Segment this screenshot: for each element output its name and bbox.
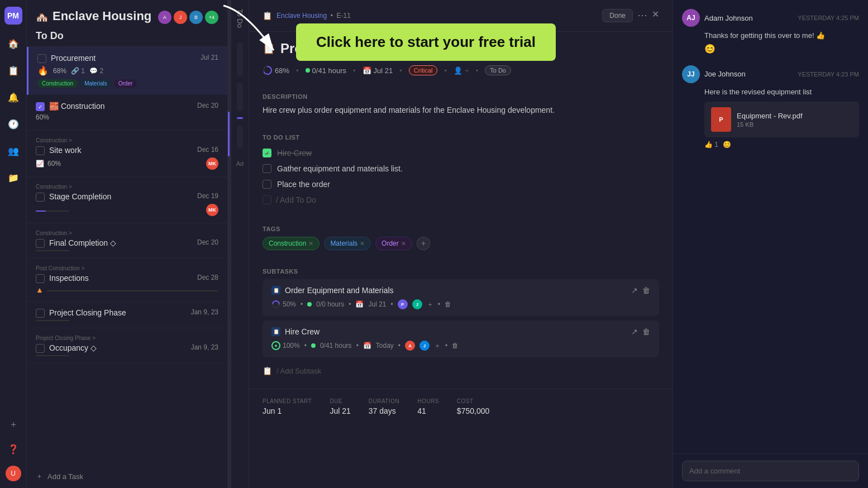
nav-folder-icon[interactable]: 📁 — [6, 170, 21, 185]
nav-clock-icon[interactable]: 🕐 — [6, 116, 21, 132]
nav-home-icon[interactable]: 🏠 — [6, 36, 21, 51]
subtask-item-hire-crew[interactable]: 📋 Hire Crew ↗ 🗑 ● 100% • 0/41 hours • 📅 — [263, 320, 659, 357]
add-column-label[interactable]: Ad — [231, 156, 249, 171]
task-item-final-completion[interactable]: Construction > Final Completion ◇ Dec 20 — [27, 223, 227, 259]
comment-name-joe: Joe Johnson — [704, 70, 793, 78]
panel-divider — [228, 0, 231, 488]
task-name-final: Final Completion ◇ — [49, 238, 116, 247]
app-logo[interactable]: PM — [4, 7, 22, 25]
comment-text-adam: Thanks for getting this over to me! 👍 — [704, 30, 859, 41]
cta-banner[interactable]: Click here to start your free trial — [296, 23, 556, 61]
subtask-open-icon[interactable]: ↗ — [631, 286, 638, 295]
comment-reactions-joe[interactable]: 👍 1 😊 — [704, 141, 859, 149]
meta-progress-value: 68% — [275, 66, 289, 75]
nav-user-icon[interactable]: U — [6, 466, 21, 481]
task-checkbox-final[interactable] — [36, 239, 45, 248]
comment-input-area[interactable] — [673, 453, 868, 488]
duration-value: 37 days — [369, 406, 399, 415]
duration-label: DURATION — [369, 398, 399, 404]
progress-circle-icon — [263, 65, 273, 75]
task-meta-bar: 68% • 0/41 hours • 📅 Jul 21 • Critical •… — [249, 65, 673, 84]
comment-meta-joe: Joe Johnson — [704, 70, 793, 78]
task-checkbox-procurement[interactable] — [37, 54, 46, 63]
task-checkbox-occupancy[interactable] — [36, 344, 45, 353]
second-column-card-2[interactable] — [237, 83, 243, 111]
meta-assignee[interactable]: 👤 + — [454, 66, 469, 75]
tag-badge-order[interactable]: Order ✕ — [375, 237, 412, 250]
add-subtask-button[interactable]: 📋 / Add Subtask — [263, 362, 659, 380]
nav-help-icon[interactable]: ❓ — [6, 441, 21, 457]
subtask-icon-hire: 📋 — [271, 327, 280, 336]
second-column-partial: To Do Ad — [231, 0, 249, 488]
todo-item-hire-crew[interactable]: ✓ Hire Crew — [263, 145, 659, 161]
task-list: Procurement Jul 21 🔥 68% 🔗 1 💬 2 Constru… — [27, 47, 227, 465]
tags-section: Construction ✕ Materials ✕ Order ✕ ＋ — [249, 237, 673, 259]
subtask-add-assignee-2[interactable]: ＋ — [434, 341, 441, 351]
nav-add-icon[interactable]: ＋ — [6, 417, 21, 432]
subtask-delete-icon[interactable]: 🗑 — [642, 286, 650, 295]
nav-notifications-icon[interactable]: 🔔 — [6, 89, 21, 105]
comments-panel: AJ Adam Johnson YESTERDAY 4:25 PM Thanks… — [673, 0, 868, 488]
add-task-button[interactable]: ＋ Add a Task — [27, 465, 227, 488]
task-item-site-work[interactable]: Construction > Site work Dec 16 📈 60% MK — [27, 131, 227, 177]
avatar-stage: MK — [206, 204, 218, 216]
task-item-occupancy[interactable]: Project Closing Phase > Occupancy ◇ Jan … — [27, 328, 227, 363]
task-item-construction[interactable]: ✓ 🧱 Construction Dec 20 60% — [27, 95, 227, 131]
comment-input[interactable] — [682, 461, 859, 481]
task-name-site-work: Site work — [49, 146, 82, 155]
reaction-thumbs-up[interactable]: 👍 1 — [704, 141, 718, 149]
task-checkbox-site-work[interactable] — [36, 146, 45, 155]
task-item-project-closing[interactable]: Project Closing Phase Jan 9, 23 — [27, 302, 227, 328]
breadcrumb-project[interactable]: Enclave Housing — [276, 12, 327, 20]
remove-tag-construction[interactable]: ✕ — [308, 240, 313, 247]
icon-sidebar: PM 🏠 📋 🔔 🕐 👥 📁 ＋ ❓ U — [0, 0, 27, 488]
todo-item-gather[interactable]: Gather equipment and materials list. — [263, 161, 659, 176]
subtask-trash-1[interactable]: 🗑 — [445, 300, 451, 308]
subtask-item-order-equipment[interactable]: 📋 Order Equipment and Materials ↗ 🗑 50% … — [263, 279, 659, 316]
meta-priority[interactable]: Critical — [409, 65, 438, 75]
more-options-icon[interactable]: ⋯ — [637, 9, 647, 22]
todo-checkbox-order[interactable] — [263, 180, 271, 189]
reaction-emoji-button[interactable]: 😊 — [723, 141, 731, 149]
subtasks-section: 📋 Order Equipment and Materials ↗ 🗑 50% … — [249, 279, 673, 389]
task-checkbox-closing[interactable] — [36, 309, 45, 318]
comment-time-joe: YESTERDAY 4:23 PM — [798, 71, 859, 78]
remove-tag-materials[interactable]: ✕ — [360, 240, 365, 247]
task-checkbox-stage[interactable] — [36, 193, 45, 202]
second-column-card-3[interactable] — [237, 126, 243, 148]
todo-checkbox-hire-crew[interactable]: ✓ — [263, 149, 271, 157]
subtask-open-icon-2[interactable]: ↗ — [631, 327, 638, 336]
task-item-procurement[interactable]: Procurement Jul 21 🔥 68% 🔗 1 💬 2 Constru… — [27, 47, 227, 95]
subtask-trash-2[interactable]: 🗑 — [452, 342, 459, 350]
close-icon[interactable]: ✕ — [652, 9, 659, 22]
tag-badge-materials[interactable]: Materials ✕ — [324, 237, 371, 250]
cost-value: $750,000 — [457, 406, 489, 415]
nav-board-icon[interactable]: 📋 — [6, 63, 21, 78]
subtask-add-assignee-1[interactable]: ＋ — [427, 300, 433, 309]
second-column-card-1[interactable] — [237, 42, 243, 76]
task-item-inspections[interactable]: Post Construction > Inspections Dec 28 ▲ — [27, 259, 227, 302]
tag-badge-construction[interactable]: Construction ✕ — [263, 237, 319, 250]
meta-status[interactable]: To Do — [485, 65, 511, 75]
remove-tag-order[interactable]: ✕ — [401, 240, 406, 247]
attach-size: 15 KB — [737, 121, 803, 128]
column-title: To Do — [36, 30, 64, 42]
task-date-construction: Dec 20 — [197, 102, 218, 109]
meta-progress: 68% — [263, 65, 289, 75]
todo-item-order[interactable]: Place the order — [263, 176, 659, 192]
task-item-stage-completion[interactable]: Construction > Stage Completion Dec 19 M… — [27, 177, 227, 223]
todo-checkbox-gather[interactable] — [263, 164, 271, 173]
duration-col: DURATION 37 days — [369, 398, 399, 415]
meta-hours-value: 0/41 hours — [312, 66, 346, 75]
subtask-delete-icon-2[interactable]: 🗑 — [642, 327, 650, 336]
todo-add-button[interactable]: / Add To Do — [263, 192, 659, 208]
add-tag-button[interactable]: ＋ — [417, 237, 430, 250]
add-subtask-icon: 📋 — [263, 366, 272, 375]
done-button[interactable]: Done — [602, 9, 633, 22]
comment-attachment-joe[interactable]: P Equipment - Rev.pdf 15 KB — [704, 102, 859, 137]
subtask-progress-1: 50% — [283, 300, 296, 308]
nav-people-icon[interactable]: 👥 — [6, 143, 21, 159]
task-checkbox-inspections[interactable] — [36, 274, 45, 283]
task-checkbox-construction[interactable]: ✓ — [36, 102, 45, 111]
status-badge: To Do — [485, 65, 511, 75]
